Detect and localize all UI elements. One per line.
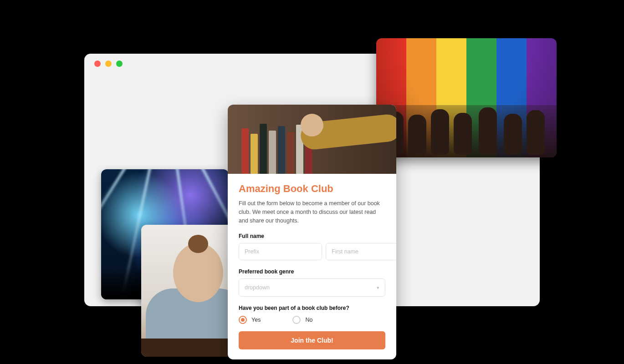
genre-label: Preferred book genre xyxy=(239,268,385,275)
radio-yes-indicator xyxy=(239,316,247,324)
prior-club-label: Have you been part of a book club before… xyxy=(239,305,385,311)
chevron-down-icon: ▾ xyxy=(377,285,379,291)
genre-placeholder: dropdown xyxy=(245,284,270,291)
full-name-label: Full name xyxy=(239,233,385,239)
first-name-field[interactable] xyxy=(326,243,396,260)
radio-no-label: No xyxy=(305,317,312,323)
prefix-field[interactable] xyxy=(239,243,322,260)
radio-yes[interactable]: Yes xyxy=(239,316,261,324)
submit-button[interactable]: Join the Club! xyxy=(239,331,385,349)
form-title: Amazing Book Club xyxy=(239,183,385,195)
form-hero-image xyxy=(228,105,396,174)
radio-yes-label: Yes xyxy=(251,317,261,323)
window-close-button[interactable] xyxy=(94,61,101,67)
image-card-rainbow xyxy=(376,38,557,157)
window-minimize-button[interactable] xyxy=(105,61,112,67)
window-maximize-button[interactable] xyxy=(116,61,123,67)
radio-no-indicator xyxy=(292,316,301,324)
form-description: Fill out the form below to become a memb… xyxy=(239,199,385,225)
radio-no[interactable]: No xyxy=(292,316,312,324)
signup-form-card: Amazing Book Club Fill out the form belo… xyxy=(228,105,396,359)
genre-select[interactable]: dropdown ▾ xyxy=(239,278,385,297)
